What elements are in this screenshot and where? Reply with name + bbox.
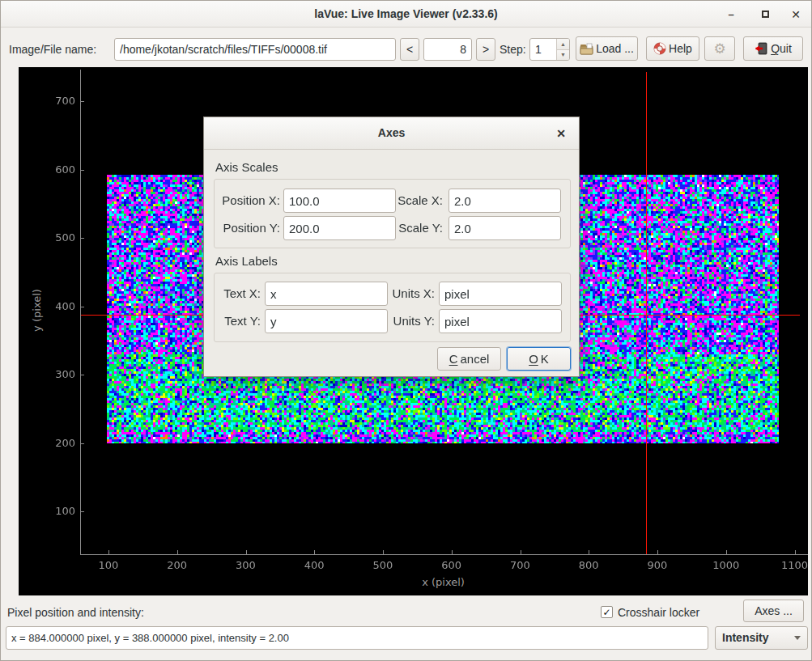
x-tick-mark <box>521 550 521 554</box>
load-button-label: Load ... <box>596 42 634 55</box>
dialog-titlebar: Axes ✕ <box>204 117 579 150</box>
position-x-input[interactable] <box>283 189 396 213</box>
previous-frame-button[interactable]: < <box>400 38 419 61</box>
scale-y-input[interactable] <box>449 216 561 240</box>
x-tick-mark <box>177 550 178 554</box>
y-tick-mark <box>80 511 84 512</box>
x-axis-title: x (pixel) <box>79 576 807 588</box>
pixel-intensity-status-input[interactable] <box>6 626 708 650</box>
scale-x-label: Scale X: <box>390 189 443 213</box>
x-tick-mark <box>657 550 658 554</box>
y-tick-mark <box>80 170 84 171</box>
y-tick-mark <box>80 307 84 307</box>
text-y-input[interactable] <box>265 309 388 333</box>
y-tick-label: 300 <box>19 368 75 380</box>
chevron-down-icon <box>794 636 801 640</box>
x-tick-mark <box>726 550 727 554</box>
x-tick-mark <box>383 550 384 554</box>
x-tick-label: 900 <box>637 559 678 571</box>
window-titlebar: laVue: Live Image Viewer (v2.33.6) – ✕ <box>1 1 811 28</box>
x-axis-line <box>80 554 808 555</box>
units-x-label: Units X: <box>386 282 435 306</box>
x-tick-label: 600 <box>432 559 472 571</box>
y-tick-mark <box>80 375 84 375</box>
step-label: Step: <box>500 38 526 61</box>
x-tick-label: 200 <box>157 559 198 571</box>
y-tick-label: 600 <box>19 163 75 176</box>
spin-down-icon[interactable]: ▼ <box>557 50 569 61</box>
frame-number-input[interactable] <box>423 38 472 61</box>
text-x-input[interactable] <box>265 282 388 306</box>
y-tick-label: 500 <box>19 231 75 244</box>
x-tick-mark <box>589 550 589 554</box>
x-tick-label: 500 <box>363 559 403 571</box>
y-tick-mark <box>80 101 84 102</box>
help-button-label: Help <box>669 42 692 55</box>
y-tick-mark <box>80 443 84 444</box>
y-tick-mark <box>80 238 84 239</box>
x-tick-mark <box>314 550 315 554</box>
x-tick-label: 300 <box>226 559 266 571</box>
dialog-close-button[interactable]: ✕ <box>553 125 569 142</box>
x-tick-label: 1100 <box>775 559 812 571</box>
text-y-label: Text Y: <box>215 309 261 333</box>
help-lifebuoy-icon <box>653 42 666 55</box>
axes-dialog-button[interactable]: Axes ... <box>743 600 804 622</box>
x-tick-label: 1000 <box>706 559 746 571</box>
scale-y-label: Scale Y: <box>390 216 443 240</box>
units-y-label: Units Y: <box>386 309 435 333</box>
units-y-input[interactable] <box>439 309 562 333</box>
step-spin-arrows[interactable]: ▲ ▼ <box>556 39 569 60</box>
maximize-button[interactable] <box>756 6 774 23</box>
intensity-combobox[interactable]: Intensity <box>715 626 808 650</box>
crosshair-locker-checkbox[interactable]: ✓ <box>601 606 613 618</box>
position-x-label: Position X: <box>215 189 280 213</box>
load-button[interactable]: Load ... <box>576 36 638 61</box>
gear-icon: ⚙ <box>713 40 725 57</box>
scale-x-input[interactable] <box>449 189 561 213</box>
position-y-label: Position Y: <box>215 216 280 240</box>
y-tick-label: 700 <box>19 95 75 107</box>
minimize-button[interactable]: – <box>722 6 740 23</box>
x-tick-mark <box>452 550 453 554</box>
folder-icon <box>580 43 593 55</box>
x-tick-label: 100 <box>88 559 129 571</box>
pixel-position-label: Pixel position and intensity: <box>7 601 144 624</box>
maximize-icon <box>762 11 769 18</box>
y-tick-label: 400 <box>19 300 75 312</box>
window-title: laVue: Live Image Viewer (v2.33.6) <box>1 7 811 20</box>
axis-labels-heading: Axis Labels <box>215 254 278 268</box>
position-y-input[interactable] <box>283 216 396 240</box>
intensity-combobox-value: Intensity <box>722 631 769 644</box>
spin-up-icon[interactable]: ▲ <box>557 39 569 50</box>
file-name-input[interactable] <box>114 38 396 61</box>
quit-button[interactable]: Quit <box>743 36 803 61</box>
x-tick-label: 800 <box>568 559 609 571</box>
y-axis-line <box>80 70 81 555</box>
next-frame-button[interactable]: > <box>476 38 495 61</box>
settings-button[interactable]: ⚙ <box>704 36 735 61</box>
crosshair-locker-label: Crosshair locker <box>618 601 699 624</box>
x-tick-mark <box>108 550 109 554</box>
x-tick-label: 400 <box>294 559 334 571</box>
step-value: 1 <box>535 39 542 60</box>
x-tick-mark <box>795 550 796 554</box>
step-spinbox[interactable]: 1 ▲ ▼ <box>529 38 570 61</box>
cancel-button[interactable]: Cancel <box>437 347 501 371</box>
units-x-input[interactable] <box>439 282 562 306</box>
axis-scales-heading: Axis Scales <box>215 160 278 174</box>
quit-door-icon <box>755 42 768 55</box>
y-tick-label: 200 <box>19 437 75 449</box>
file-name-label: Image/File name: <box>9 38 96 61</box>
help-button[interactable]: Help <box>646 36 699 61</box>
y-tick-label: 100 <box>19 505 75 517</box>
close-button[interactable]: ✕ <box>787 6 805 23</box>
dialog-title: Axes <box>204 126 579 139</box>
ok-button[interactable]: OK <box>507 347 571 371</box>
quit-button-label: Quit <box>771 42 792 55</box>
x-tick-mark <box>246 550 247 554</box>
text-x-label: Text X: <box>215 282 261 306</box>
x-tick-label: 700 <box>500 559 541 571</box>
axes-dialog: Axes ✕ Axis Scales Position X: Scale X: … <box>203 117 580 377</box>
crosshair-vertical-line <box>646 72 647 554</box>
